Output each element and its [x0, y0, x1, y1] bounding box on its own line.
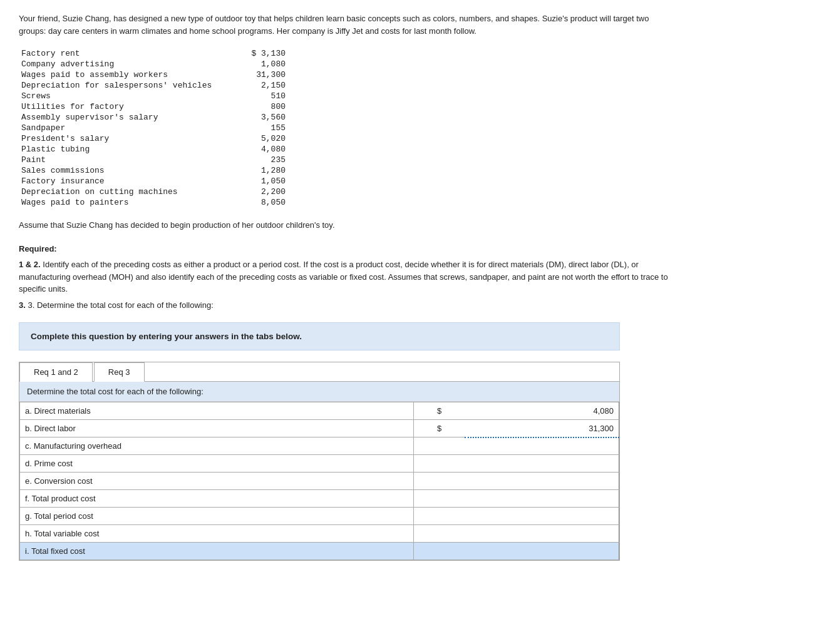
cost-value: 5,020	[232, 133, 288, 144]
cost-value: 8,050	[232, 197, 288, 208]
answer-label: c. Manufacturing overhead	[20, 437, 414, 455]
tab-req12[interactable]: Req 1 and 2	[19, 362, 93, 382]
required-heading: Required:	[19, 244, 57, 253]
cost-value: 3,560	[232, 112, 288, 123]
cost-label: Wages paid to painters	[19, 197, 232, 208]
cost-row: Screws510	[19, 91, 288, 101]
cost-value: 2,150	[232, 80, 288, 91]
cost-list: Factory rent$ 3,130Company advertising1,…	[19, 48, 288, 208]
answer-row: g. Total period cost	[20, 508, 619, 525]
answer-table: a. Direct materials$4,080b. Direct labor…	[19, 402, 619, 560]
cost-row: Wages paid to assembly workers31,300	[19, 69, 288, 80]
cost-label: Company advertising	[19, 59, 232, 69]
dollar-sign: $	[413, 420, 465, 437]
answer-value[interactable]	[465, 543, 619, 560]
dollar-sign	[413, 543, 465, 560]
dollar-sign: $	[413, 402, 465, 420]
answer-value[interactable]: 4,080	[465, 402, 619, 420]
answer-row: f. Total product cost	[20, 490, 619, 508]
tab-header: Determine the total cost for each of the…	[19, 382, 619, 402]
cost-row: Depreciation on cutting machines2,200	[19, 187, 288, 197]
tab-req3[interactable]: Req 3	[94, 362, 145, 382]
cost-row: Factory insurance1,050	[19, 176, 288, 187]
answer-value[interactable]	[465, 525, 619, 543]
cost-label: Plastic tubing	[19, 144, 232, 155]
dollar-sign	[413, 508, 465, 525]
cost-label: Factory rent	[19, 48, 232, 59]
req3-text: 3. Determine the total cost for each of …	[28, 300, 213, 310]
cost-value: 1,050	[232, 176, 288, 187]
answer-row: c. Manufacturing overhead	[20, 437, 619, 455]
cost-label: Sandpaper	[19, 123, 232, 133]
intro-paragraph: Your friend, Suzie Chang, has designed a…	[19, 13, 676, 37]
cost-row: Plastic tubing4,080	[19, 144, 288, 155]
cost-label: Sales commissions	[19, 165, 232, 176]
cost-label: Depreciation on cutting machines	[19, 187, 232, 197]
cost-value: 4,080	[232, 144, 288, 155]
dollar-sign	[413, 473, 465, 490]
tabs-row: Req 1 and 2 Req 3	[19, 362, 619, 382]
cost-value: $ 3,130	[232, 48, 288, 59]
answer-row: e. Conversion cost	[20, 473, 619, 490]
answer-row: b. Direct labor$31,300	[20, 420, 619, 437]
answer-row: h. Total variable cost	[20, 525, 619, 543]
cost-row: Utilities for factory800	[19, 101, 288, 112]
assume-text: Assume that Suzie Chang has decided to b…	[19, 219, 676, 232]
cost-value: 510	[232, 91, 288, 101]
cost-row: Sales commissions1,280	[19, 165, 288, 176]
instruction-banner: Complete this question by entering your …	[19, 322, 620, 350]
tab-content: Determine the total cost for each of the…	[19, 382, 619, 560]
answer-row: i. Total fixed cost	[20, 543, 619, 560]
answer-value[interactable]	[465, 473, 619, 490]
cost-label: Paint	[19, 155, 232, 165]
answer-value[interactable]: 31,300	[465, 420, 619, 437]
answer-label: g. Total period cost	[20, 508, 414, 525]
answer-value[interactable]	[465, 437, 619, 455]
cost-label: Screws	[19, 91, 232, 101]
cost-row: Factory rent$ 3,130	[19, 48, 288, 59]
dollar-sign	[413, 455, 465, 473]
cost-value: 155	[232, 123, 288, 133]
cost-value: 1,280	[232, 165, 288, 176]
answer-label: h. Total variable cost	[20, 525, 414, 543]
cost-label: Factory insurance	[19, 176, 232, 187]
cost-row: Depreciation for salespersons' vehicles2…	[19, 80, 288, 91]
dollar-sign	[413, 437, 465, 455]
req12-text: Identify each of the preceding costs as …	[19, 260, 668, 294]
answer-label: i. Total fixed cost	[20, 543, 414, 560]
tabs-container: Req 1 and 2 Req 3 Determine the total co…	[19, 362, 620, 561]
answer-value[interactable]	[465, 455, 619, 473]
cost-row: Company advertising1,080	[19, 59, 288, 69]
required-section: Required: 1 & 2. Identify each of the pr…	[19, 243, 676, 312]
cost-value: 31,300	[232, 69, 288, 80]
cost-label: Assembly supervisor's salary	[19, 112, 232, 123]
cost-label: Utilities for factory	[19, 101, 232, 112]
cost-value: 800	[232, 101, 288, 112]
cost-label: Wages paid to assembly workers	[19, 69, 232, 80]
cost-row: Sandpaper155	[19, 123, 288, 133]
answer-value[interactable]	[465, 490, 619, 508]
answer-value[interactable]	[465, 508, 619, 525]
dollar-sign	[413, 525, 465, 543]
cost-row: President's salary5,020	[19, 133, 288, 144]
answer-label: e. Conversion cost	[20, 473, 414, 490]
answer-label: a. Direct materials	[20, 402, 414, 420]
cost-value: 1,080	[232, 59, 288, 69]
answer-label: f. Total product cost	[20, 490, 414, 508]
cost-label: Depreciation for salespersons' vehicles	[19, 80, 232, 91]
cost-row: Assembly supervisor's salary3,560	[19, 112, 288, 123]
answer-row: a. Direct materials$4,080	[20, 402, 619, 420]
answer-row: d. Prime cost	[20, 455, 619, 473]
cost-row: Wages paid to painters8,050	[19, 197, 288, 208]
answer-label: b. Direct labor	[20, 420, 414, 437]
cost-value: 235	[232, 155, 288, 165]
cost-row: Paint235	[19, 155, 288, 165]
answer-label: d. Prime cost	[20, 455, 414, 473]
dollar-sign	[413, 490, 465, 508]
cost-label: President's salary	[19, 133, 232, 144]
cost-value: 2,200	[232, 187, 288, 197]
